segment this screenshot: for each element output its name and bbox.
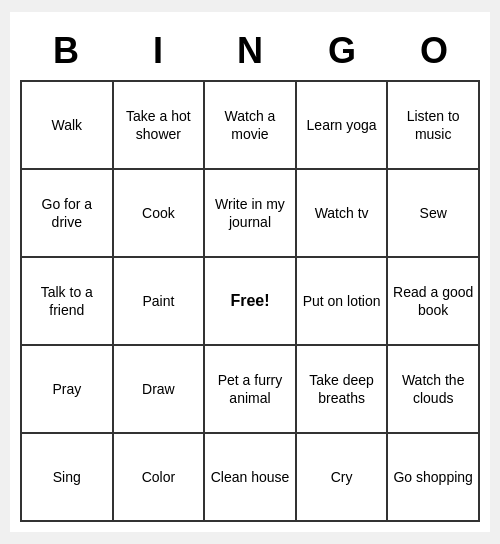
bingo-cell-2-4[interactable]: Read a good book — [388, 258, 480, 346]
bingo-cell-1-1[interactable]: Cook — [114, 170, 206, 258]
bingo-cell-1-4[interactable]: Sew — [388, 170, 480, 258]
cell-text: Sew — [420, 204, 447, 222]
bingo-letter-i: I — [112, 22, 204, 80]
bingo-letter-b: B — [20, 22, 112, 80]
bingo-cell-0-1[interactable]: Take a hot shower — [114, 82, 206, 170]
cell-text: Talk to a friend — [26, 283, 108, 319]
cell-text: Go for a drive — [26, 195, 108, 231]
bingo-letter-o: O — [388, 22, 480, 80]
cell-text: Cook — [142, 204, 175, 222]
bingo-letter-n: N — [204, 22, 296, 80]
bingo-cell-3-3[interactable]: Take deep breaths — [297, 346, 389, 434]
bingo-cell-3-0[interactable]: Pray — [22, 346, 114, 434]
bingo-cell-3-1[interactable]: Draw — [114, 346, 206, 434]
cell-text: Draw — [142, 380, 175, 398]
cell-text: Paint — [142, 292, 174, 310]
cell-text: Watch the clouds — [392, 371, 474, 407]
cell-text: Sing — [53, 468, 81, 486]
bingo-cell-0-3[interactable]: Learn yoga — [297, 82, 389, 170]
bingo-cell-2-3[interactable]: Put on lotion — [297, 258, 389, 346]
cell-text: Go shopping — [393, 468, 472, 486]
bingo-cell-1-0[interactable]: Go for a drive — [22, 170, 114, 258]
bingo-cell-4-4[interactable]: Go shopping — [388, 434, 480, 522]
cell-text: Pray — [52, 380, 81, 398]
cell-text: Watch a movie — [209, 107, 291, 143]
bingo-cell-1-3[interactable]: Watch tv — [297, 170, 389, 258]
cell-text: Listen to music — [392, 107, 474, 143]
cell-text: Write in my journal — [209, 195, 291, 231]
bingo-cell-4-1[interactable]: Color — [114, 434, 206, 522]
bingo-cell-4-3[interactable]: Cry — [297, 434, 389, 522]
bingo-cell-3-2[interactable]: Pet a furry animal — [205, 346, 297, 434]
cell-text: Take a hot shower — [118, 107, 200, 143]
bingo-cell-0-0[interactable]: Walk — [22, 82, 114, 170]
cell-text: Watch tv — [315, 204, 369, 222]
bingo-cell-4-2[interactable]: Clean house — [205, 434, 297, 522]
bingo-cell-4-0[interactable]: Sing — [22, 434, 114, 522]
bingo-cell-1-2[interactable]: Write in my journal — [205, 170, 297, 258]
cell-text: Walk — [52, 116, 83, 134]
bingo-cell-0-4[interactable]: Listen to music — [388, 82, 480, 170]
cell-text: Take deep breaths — [301, 371, 383, 407]
cell-text: Cry — [331, 468, 353, 486]
cell-text: Pet a furry animal — [209, 371, 291, 407]
bingo-letter-g: G — [296, 22, 388, 80]
cell-text: Put on lotion — [303, 292, 381, 310]
bingo-card: BINGO WalkTake a hot showerWatch a movie… — [10, 12, 490, 532]
bingo-grid: WalkTake a hot showerWatch a movieLearn … — [20, 80, 480, 522]
cell-text: Free! — [230, 291, 269, 312]
bingo-cell-2-0[interactable]: Talk to a friend — [22, 258, 114, 346]
bingo-cell-2-2[interactable]: Free! — [205, 258, 297, 346]
cell-text: Clean house — [211, 468, 290, 486]
bingo-header: BINGO — [20, 22, 480, 80]
cell-text: Read a good book — [392, 283, 474, 319]
cell-text: Color — [142, 468, 175, 486]
bingo-cell-0-2[interactable]: Watch a movie — [205, 82, 297, 170]
bingo-cell-2-1[interactable]: Paint — [114, 258, 206, 346]
bingo-cell-3-4[interactable]: Watch the clouds — [388, 346, 480, 434]
cell-text: Learn yoga — [307, 116, 377, 134]
